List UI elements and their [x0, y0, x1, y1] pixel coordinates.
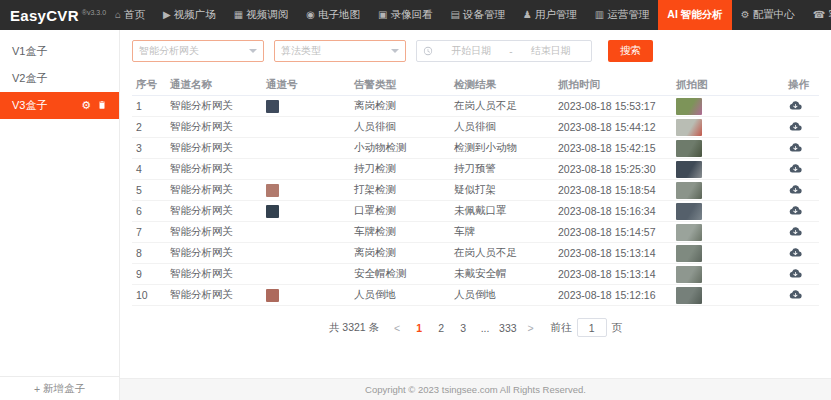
nav-item-gear[interactable]: ⚙ 配置中心	[732, 0, 804, 30]
page-number-1[interactable]: 1	[411, 322, 427, 334]
goto-page-input[interactable]	[577, 318, 607, 337]
download-button[interactable]	[788, 289, 802, 300]
cloud-download-icon	[788, 142, 802, 153]
page-numbers: 123...333	[411, 322, 517, 334]
table-row: 5 智能分析网关 打架检测 疑似打架 2023-08-18 15:18:54	[132, 180, 819, 201]
gear-icon[interactable]: ⚙	[81, 100, 91, 111]
channel-color-chip	[266, 205, 279, 218]
row-index: 3	[132, 142, 166, 154]
capture-thumbnail[interactable]	[676, 140, 702, 157]
capture-thumbnail[interactable]	[676, 182, 702, 199]
capture-thumbnail[interactable]	[676, 224, 702, 241]
column-header: 抓拍时间	[554, 78, 672, 92]
capture-thumbnail[interactable]	[676, 203, 702, 220]
download-button[interactable]	[788, 142, 802, 153]
download-button[interactable]	[788, 121, 802, 132]
row-index: 1	[132, 100, 166, 112]
table-row: 8 智能分析网关 离岗检测 在岗人员不足 2023-08-18 15:13:14	[132, 243, 819, 264]
nav-item-operations[interactable]: ▥ 运营管理	[586, 0, 658, 30]
sidebar-box-item[interactable]: V2盒子	[0, 65, 119, 92]
cloud-download-icon	[788, 205, 802, 216]
select-arrow-icon	[391, 49, 399, 53]
capture-thumbnail[interactable]	[676, 119, 702, 136]
date-start-input[interactable]: 开始日期	[437, 44, 505, 58]
app-logo: EasyCVR	[10, 7, 79, 24]
nav-item-device[interactable]: ▤ 设备管理	[441, 0, 513, 30]
cloud-download-icon	[788, 121, 802, 132]
detection-result: 疑似打架	[450, 183, 554, 197]
search-button[interactable]: 搜索	[608, 40, 653, 62]
alarm-type: 口罩检测	[350, 204, 450, 218]
channel-name: 智能分析网关	[166, 225, 262, 239]
goto-page: 前往 页	[551, 318, 623, 337]
page-ellipsis[interactable]: ...	[477, 322, 493, 334]
date-range-picker[interactable]: 开始日期 - 结束日期	[416, 40, 592, 62]
copyright-text: Copyright © 2023 tsingsee.com All Rights…	[365, 384, 586, 395]
device-icon: ▤	[450, 10, 459, 20]
cloud-download-icon	[788, 184, 802, 195]
main-area: 智能分析网关 算法类型 开始日期 - 结束日期 搜索	[120, 30, 831, 400]
capture-thumbnail[interactable]	[676, 161, 702, 178]
channel-name: 智能分析网关	[166, 246, 262, 260]
detection-result: 持刀预警	[450, 162, 554, 176]
download-button[interactable]	[788, 100, 802, 111]
sidebar-box-item[interactable]: V3盒子 ⚙	[0, 92, 119, 119]
algorithm-select[interactable]: 算法类型	[274, 40, 406, 62]
device-select[interactable]: 智能分析网关	[132, 40, 264, 62]
channel-name: 智能分析网关	[166, 162, 262, 176]
goto-label: 前往	[551, 321, 572, 335]
video-plaza-icon: ▶	[163, 10, 171, 20]
add-box-button[interactable]: + 新增盒子	[0, 376, 119, 400]
filter-bar: 智能分析网关 算法类型 开始日期 - 结束日期 搜索	[132, 40, 819, 62]
cloud-download-icon	[788, 268, 802, 279]
nav-item-ai-analysis[interactable]: AI 智能分析	[658, 0, 731, 30]
operations-icon: ▥	[595, 10, 604, 20]
trash-icon[interactable]	[97, 100, 107, 112]
nav-item-map-pin[interactable]: ◉ 电子地图	[297, 0, 369, 30]
sidebar-box-item[interactable]: V1盒子	[0, 38, 119, 65]
row-index: 6	[132, 205, 166, 217]
detection-result: 检测到小动物	[450, 141, 554, 155]
page-number-3[interactable]: 3	[455, 322, 471, 334]
row-index: 8	[132, 247, 166, 259]
date-separator: -	[509, 46, 512, 57]
channel-name: 智能分析网关	[166, 204, 262, 218]
alarm-type: 车牌检测	[350, 225, 450, 239]
nav-item-record[interactable]: ▣ 录像回看	[369, 0, 441, 30]
user-icon: ♟	[523, 10, 532, 20]
nav-item-label: 设备管理	[463, 8, 505, 22]
pagination: 共 3321 条 < 123...333 > 前往 页	[132, 318, 819, 337]
download-button[interactable]	[788, 163, 802, 174]
nav-item-video-plaza[interactable]: ▶ 视频广场	[154, 0, 225, 30]
capture-thumbnail[interactable]	[676, 245, 702, 262]
row-index: 9	[132, 268, 166, 280]
download-button[interactable]	[788, 205, 802, 216]
detection-result: 在岗人员不足	[450, 99, 554, 113]
nav-item-service[interactable]: ☎ 客服	[804, 0, 831, 30]
prev-page-button[interactable]: <	[389, 322, 405, 334]
nav-item-label: 首页	[124, 8, 145, 22]
capture-thumbnail[interactable]	[676, 287, 702, 304]
channel-color-chip	[266, 289, 279, 302]
nav-item-video-wall[interactable]: ▦ 视频调阅	[225, 0, 297, 30]
download-button[interactable]	[788, 184, 802, 195]
map-pin-icon: ◉	[306, 10, 315, 20]
date-end-input[interactable]: 结束日期	[517, 44, 585, 58]
download-button[interactable]	[788, 247, 802, 258]
table-row: 7 智能分析网关 车牌检测 车牌 2023-08-18 15:14:57	[132, 222, 819, 243]
capture-thumbnail[interactable]	[676, 266, 702, 283]
next-page-button[interactable]: >	[523, 322, 539, 334]
clock-icon	[423, 46, 433, 56]
footer: Copyright © 2023 tsingsee.com All Rights…	[120, 378, 831, 400]
nav-item-home[interactable]: ⌂ 首页	[106, 0, 154, 30]
table-row: 4 智能分析网关 持刀检测 持刀预警 2023-08-18 15:25:30	[132, 159, 819, 180]
nav-item-user[interactable]: ♟ 用户管理	[514, 0, 586, 30]
page-number-333[interactable]: 333	[499, 322, 517, 334]
download-button[interactable]	[788, 226, 802, 237]
page-number-2[interactable]: 2	[433, 322, 449, 334]
capture-thumbnail[interactable]	[676, 98, 702, 115]
capture-time: 2023-08-18 15:18:54	[554, 184, 672, 196]
total-count: 共 3321 条	[329, 321, 379, 335]
download-button[interactable]	[788, 268, 802, 279]
capture-time: 2023-08-18 15:13:14	[554, 247, 672, 259]
